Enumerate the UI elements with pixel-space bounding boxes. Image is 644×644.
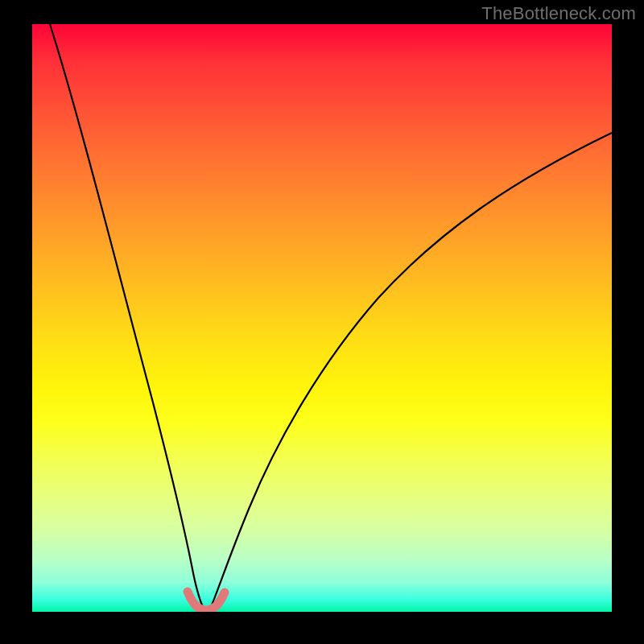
bottleneck-curve [32,24,612,612]
chart-frame: TheBottleneck.com [0,0,644,644]
curve-left-branch [50,24,204,609]
curve-right-branch [211,133,612,607]
minimum-marker [188,592,225,610]
plot-area [32,24,612,612]
watermark-text: TheBottleneck.com [481,3,636,24]
